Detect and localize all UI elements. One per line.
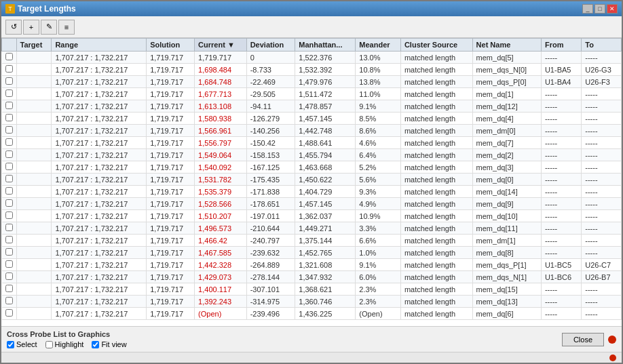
row-checkbox[interactable] <box>5 236 13 243</box>
table-row[interactable]: 1,707.217 : 1,732.2171,719.7171,442.328-… <box>2 259 622 271</box>
table-row[interactable]: 1,707.217 : 1,732.2171,719.7171,698.484-… <box>2 64 622 76</box>
row-checkbox[interactable] <box>5 102 13 109</box>
row-checkbox[interactable] <box>5 77 13 85</box>
row-checkbox-cell[interactable] <box>2 149 17 161</box>
row-checkbox[interactable] <box>5 187 13 195</box>
solution-cell: 1,719.717 <box>147 210 195 222</box>
row-checkbox-cell[interactable] <box>2 198 17 210</box>
table-row[interactable]: 1,707.217 : 1,732.2171,719.7171,566.961-… <box>2 125 622 137</box>
row-checkbox-cell[interactable] <box>2 271 17 283</box>
highlight-check[interactable]: Highlight <box>45 340 84 348</box>
row-checkbox[interactable] <box>5 89 13 97</box>
row-checkbox-cell[interactable] <box>2 186 17 198</box>
row-checkbox-cell[interactable] <box>2 64 17 76</box>
minimize-button[interactable]: _ <box>582 4 593 14</box>
select-check[interactable]: Select <box>7 340 37 348</box>
table-row[interactable]: 1,707.217 : 1,732.2171,719.7171,429.073-… <box>2 271 622 283</box>
from-cell: ----- <box>541 161 581 174</box>
row-checkbox[interactable] <box>5 248 13 256</box>
row-checkbox[interactable] <box>5 163 13 170</box>
row-checkbox-cell[interactable] <box>2 76 17 88</box>
table-row[interactable]: 1,707.217 : 1,732.2171,719.717(Open)-239… <box>2 308 622 320</box>
meander-cell: 9.3% <box>356 186 401 198</box>
row-checkbox-cell[interactable] <box>2 100 17 113</box>
row-checkbox[interactable] <box>5 224 13 231</box>
row-checkbox-cell[interactable] <box>2 308 17 320</box>
filter-button[interactable]: ≡ <box>58 20 75 35</box>
row-checkbox[interactable] <box>5 175 13 182</box>
add-button[interactable]: + <box>23 20 39 35</box>
cluster-source-cell: matched length <box>400 113 472 125</box>
table-row[interactable]: 1,707.217 : 1,732.2171,719.7171,400.117-… <box>2 283 622 296</box>
row-checkbox-cell[interactable] <box>2 88 17 100</box>
row-checkbox-cell[interactable] <box>2 113 17 125</box>
row-checkbox-cell[interactable] <box>2 247 17 259</box>
row-checkbox[interactable] <box>5 53 13 60</box>
manhattan-cell: 1,478.857 <box>295 100 356 113</box>
table-row[interactable]: 1,707.217 : 1,732.2171,719.7171,496.573-… <box>2 222 622 235</box>
current-cell: 1,467.585 <box>195 247 247 259</box>
refresh-button[interactable]: ↺ <box>5 20 22 35</box>
table-row[interactable]: 1,707.217 : 1,732.2171,719.7171,549.064-… <box>2 149 622 161</box>
row-checkbox[interactable] <box>5 297 13 304</box>
current-cell: 1,556.797 <box>195 137 247 149</box>
table-row[interactable]: 1,707.217 : 1,732.2171,719.7171,684.748-… <box>2 76 622 88</box>
row-checkbox[interactable] <box>5 150 13 158</box>
net-name-cell: mem_dq[12] <box>472 100 541 113</box>
cluster-source-cell: matched length <box>400 125 472 137</box>
table-row[interactable]: 1,707.217 : 1,732.2171,719.7171,556.797-… <box>2 137 622 149</box>
header-deviation: Deviation <box>246 39 295 52</box>
table-row[interactable]: 1,707.217 : 1,732.2171,719.7171,613.108-… <box>2 100 622 113</box>
row-checkbox[interactable] <box>5 126 13 134</box>
row-checkbox[interactable] <box>5 260 13 268</box>
fit-view-checkbox[interactable] <box>92 341 99 348</box>
table-row[interactable]: 1,707.217 : 1,732.2171,719.7171,535.379-… <box>2 186 622 198</box>
table-row[interactable]: 1,707.217 : 1,732.2171,719.7171,466.42-2… <box>2 235 622 247</box>
row-checkbox-cell[interactable] <box>2 283 17 296</box>
close-button[interactable]: Close <box>562 333 604 346</box>
deviation-cell: -239.632 <box>246 247 295 259</box>
solution-cell: 1,719.717 <box>147 296 195 308</box>
row-checkbox-cell[interactable] <box>2 161 17 174</box>
row-checkbox[interactable] <box>5 138 13 146</box>
table-row[interactable]: 1,707.217 : 1,732.2171,719.7171,392.243-… <box>2 296 622 308</box>
row-checkbox[interactable] <box>5 309 13 317</box>
window-close-button[interactable]: ✕ <box>607 4 618 14</box>
from-cell: U1-BC5 <box>541 259 581 271</box>
row-checkbox-cell[interactable] <box>2 222 17 235</box>
row-checkbox[interactable] <box>5 65 13 73</box>
row-checkbox-cell[interactable] <box>2 259 17 271</box>
from-cell: ----- <box>541 100 581 113</box>
range-cell: 1,707.217 : 1,732.217 <box>52 271 147 283</box>
row-checkbox-cell[interactable] <box>2 210 17 222</box>
row-checkbox-cell[interactable] <box>2 235 17 247</box>
row-checkbox[interactable] <box>5 114 13 121</box>
row-checkbox-cell[interactable] <box>2 174 17 186</box>
row-checkbox-cell[interactable] <box>2 52 17 64</box>
table-row[interactable]: 1,707.217 : 1,732.2171,719.7171,580.938-… <box>2 113 622 125</box>
meander-cell: 4.9% <box>356 198 401 210</box>
highlight-checkbox[interactable] <box>45 341 53 348</box>
row-checkbox[interactable] <box>5 199 13 207</box>
select-checkbox[interactable] <box>7 341 14 348</box>
table-row[interactable]: 1,707.217 : 1,732.2171,719.7171,677.713-… <box>2 88 622 100</box>
row-checkbox-cell[interactable] <box>2 125 17 137</box>
table-row[interactable]: 1,707.217 : 1,732.2171,719.7171,528.566-… <box>2 198 622 210</box>
edit-button[interactable]: ✎ <box>41 20 57 35</box>
from-cell: ----- <box>541 247 581 259</box>
maximize-button[interactable]: □ <box>594 4 605 14</box>
meander-cell: 13.8% <box>356 76 401 88</box>
row-checkbox[interactable] <box>5 272 13 280</box>
row-checkbox[interactable] <box>5 211 13 219</box>
table-row[interactable]: 1,707.217 : 1,732.2171,719.7171,510.207-… <box>2 210 622 222</box>
fit-view-check[interactable]: Fit view <box>92 340 126 348</box>
row-checkbox[interactable] <box>5 285 13 292</box>
table-row[interactable]: 1,707.217 : 1,732.2171,719.7171,719.7170… <box>2 52 622 64</box>
net-name-cell: mem_dq[14] <box>472 186 541 198</box>
table-row[interactable]: 1,707.217 : 1,732.2171,719.7171,467.585-… <box>2 247 622 259</box>
table-row[interactable]: 1,707.217 : 1,732.2171,719.7171,540.092-… <box>2 161 622 174</box>
table-row[interactable]: 1,707.217 : 1,732.2171,719.7171,531.782-… <box>2 174 622 186</box>
row-checkbox-cell[interactable] <box>2 296 17 308</box>
row-checkbox-cell[interactable] <box>2 137 17 149</box>
header-current[interactable]: Current ▼ <box>195 39 247 52</box>
